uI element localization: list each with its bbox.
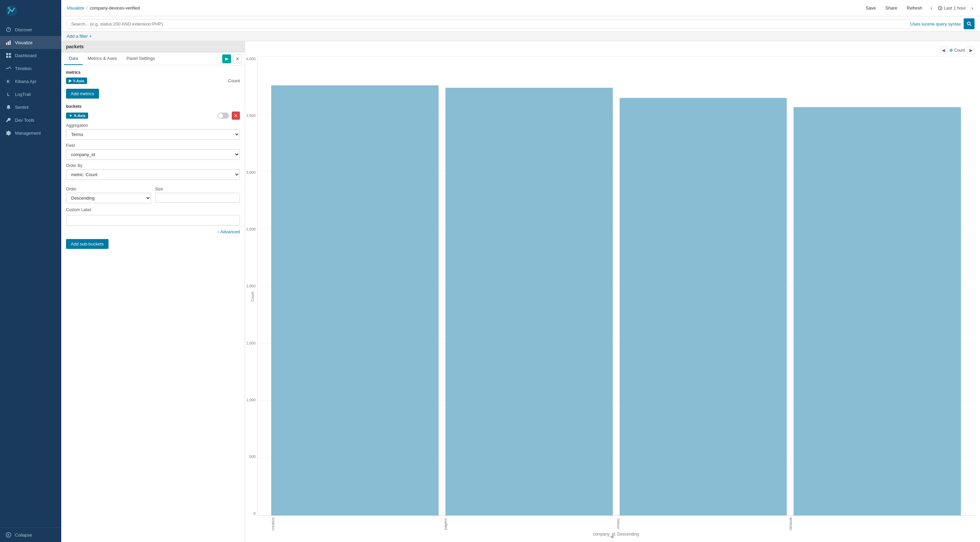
bar[interactable] [620,98,787,515]
breadcrumb-current: company-devices-verified [89,5,140,11]
chart-wrapper: Count 05001,0001,5002,0002,5003,0003,500… [250,57,975,537]
search-input[interactable] [67,19,910,29]
svg-text:K: K [7,79,10,84]
advanced-label: Advanced [220,229,240,234]
main-area: Visualize / company-devices-verified Sav… [61,0,980,542]
add-metrics-button[interactable]: Add metrics [66,89,99,98]
add-sub-buckets-button[interactable]: Add sub-buckets [66,239,108,249]
size-input[interactable]: 5 [155,193,240,203]
order-field: Order Descending [66,183,151,203]
bar-group [445,57,613,515]
sidebar-item-visualize[interactable]: Visualize [0,36,61,49]
x-axis-arrow: ▼ [69,114,73,118]
svg-rect-9 [6,56,8,58]
svg-point-15 [967,22,970,25]
bucket-item-xaxis: ▼ X-Axis ✕ [66,111,240,120]
time-prev-button[interactable]: ‹ [929,4,933,13]
filter-bar: Add a filter + [61,32,980,41]
topbar: Visualize / company-devices-verified Sav… [61,0,980,16]
x-axis-badge[interactable]: ▼ X-Axis [66,113,88,119]
clock-icon [938,6,943,11]
y-axis-badge[interactable]: ▶ Y-Axis [66,78,87,84]
aggregation-select[interactable]: Terms [66,129,240,140]
breadcrumb-link[interactable]: Visualize [67,5,84,11]
y-label: 4,000 [245,57,256,61]
expand-icon[interactable]: ▲ [610,533,615,539]
sidebar-item-dev-tools[interactable]: Dev Tools [0,114,61,127]
svg-point-1 [8,7,10,10]
bucket-toggle[interactable] [218,113,229,119]
sidebar-nav: Discover Visualize Dashboard Timelion K … [0,22,61,528]
collapse-button[interactable]: Collapse [0,528,61,542]
sidebar-item-sentinl[interactable]: Sentinl [0,101,61,114]
sidebar-item-discover[interactable]: Discover [0,23,61,36]
time-range[interactable]: Last 1 hour [938,5,966,11]
searchbar-right: Uses lucene query syntax [910,18,975,29]
y-label: 3,000 [245,170,256,174]
bar[interactable] [271,86,439,515]
sidebar-logo [0,0,61,22]
add-filter-button[interactable]: Add a filter + [67,34,92,39]
buckets-section-title: buckets [66,104,240,109]
advanced-link[interactable]: ‹ Advanced [66,229,240,234]
breadcrumb: Visualize / company-devices-verified [67,5,140,11]
order-by-label: Order By [66,163,240,168]
gear-icon [5,130,11,136]
content-area: packets Data Metrics & Axes Panel Settin… [61,41,980,542]
y-label: 2,500 [245,227,256,231]
y-labels: 05001,0001,5002,0002,5003,0003,5004,000 [245,57,256,515]
legend-label: Count [954,48,965,53]
wave-icon [5,65,11,71]
sidebar-item-kibana-api[interactable]: K Kibana Api [0,75,61,88]
time-next-button[interactable]: › [970,4,975,13]
sidebar-item-dev-tools-label: Dev Tools [15,118,34,123]
sidebar-item-kibana-api-label: Kibana Api [15,79,36,84]
share-button[interactable]: Share [883,4,900,12]
bucket-remove-button[interactable]: ✕ [232,111,240,120]
sidebar-item-visualize-label: Visualize [15,40,33,45]
order-size-row: Order Descending Size 5 [66,183,240,203]
svg-rect-8 [9,53,11,55]
play-button[interactable]: ▶ [222,54,231,63]
chart-nav-left-button[interactable]: ◀ [940,47,947,54]
collapse-label: Collapse [15,532,32,537]
x-axis-label: X-Axis [74,114,86,118]
sidebar-item-timelion[interactable]: Timelion [0,62,61,75]
tab-data[interactable]: Data [64,52,83,65]
chart-nav-right-button[interactable]: ▶ [967,47,975,54]
size-field: Size 5 [155,183,240,203]
size-label: Size [155,187,240,192]
x-labels: creativepagerovmascrahasak [257,516,975,531]
grid-icon [5,52,11,59]
sidebar-item-management[interactable]: Management [0,127,61,139]
svg-line-16 [970,25,972,26]
aggregation-label: Aggregation [66,123,240,128]
refresh-button[interactable]: Refresh [904,4,925,12]
tab-metrics-axes[interactable]: Metrics & Axes [83,52,121,65]
bar[interactable] [445,88,613,515]
bars-container [258,57,975,515]
field-select[interactable]: company_id [66,149,240,160]
y-axis-label: Y-Axis [73,79,84,83]
order-by-select[interactable]: metric: Count [66,170,240,180]
custom-label-label: Custom Label [66,208,240,212]
bar[interactable] [794,107,961,515]
letter-l-icon: L [5,91,11,97]
close-panel-button[interactable]: ✕ [233,54,242,63]
sidebar-item-logtrail[interactable]: L LogTrail [0,88,61,101]
search-button[interactable] [964,18,975,29]
custom-label-input[interactable] [66,215,240,226]
y-label: 3,500 [245,114,256,118]
field-label: Field [66,143,240,148]
svg-rect-4 [6,43,7,45]
bell-icon [5,104,11,110]
y-label: 2,000 [245,284,256,288]
bar-group [271,57,439,515]
save-button[interactable]: Save [863,4,878,12]
tab-panel-settings[interactable]: Panel Settings [121,52,159,65]
sidebar-item-dashboard[interactable]: Dashboard [0,49,61,62]
lucene-link[interactable]: Uses lucene query syntax [910,21,961,27]
panel-header: packets [61,41,245,52]
order-select[interactable]: Descending [66,193,151,203]
x-label: creative [271,517,443,531]
